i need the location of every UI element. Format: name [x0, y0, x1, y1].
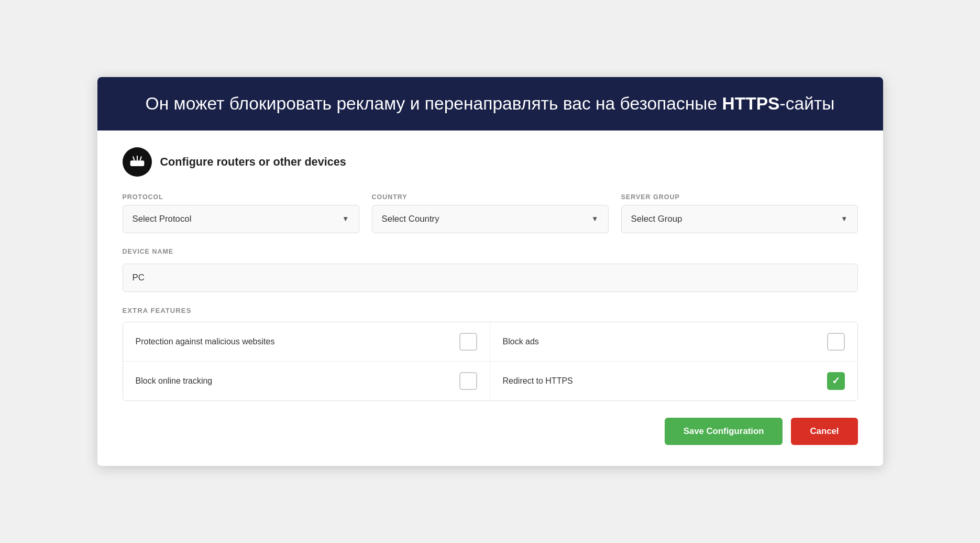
feature-block-ads-checkbox[interactable]: [827, 333, 845, 351]
router-svg: [129, 154, 146, 170]
country-arrow-icon: ▼: [591, 215, 598, 223]
server-group-value: Select Group: [631, 214, 682, 224]
section-title: Configure routers or other devices: [160, 155, 346, 169]
content-area: Configure routers or other devices PROTO…: [97, 131, 883, 466]
section-header: Configure routers or other devices: [123, 147, 858, 177]
protocol-value: Select Protocol: [133, 214, 192, 224]
feature-block-tracking-checkbox[interactable]: [459, 372, 477, 390]
protocol-field: PROTOCOL Select Protocol ▼: [123, 193, 359, 233]
feature-redirect-https-label: Redirect to HTTPS: [503, 376, 573, 386]
save-button[interactable]: Save Configuration: [665, 418, 783, 445]
banner: Он может блокировать рекламу и перенапра…: [97, 77, 883, 130]
feature-protection: Protection against malicious websites: [123, 322, 490, 362]
device-name-label: DEVICE NAME: [123, 248, 858, 255]
modal-container: Он может блокировать рекламу и перенапра…: [97, 77, 883, 465]
country-label: COUNTRY: [372, 193, 609, 201]
country-value: Select Country: [382, 214, 439, 224]
server-group-label: SERVER GROUP: [621, 193, 858, 201]
banner-text: Он может блокировать рекламу и перенапра…: [146, 94, 835, 113]
feature-block-ads-label: Block ads: [503, 337, 539, 346]
features-grid: Protection against malicious websites Bl…: [123, 322, 858, 401]
svg-line-5: [133, 156, 135, 160]
buttons-row: Save Configuration Cancel: [123, 418, 858, 445]
feature-protection-checkbox[interactable]: [459, 333, 477, 351]
extra-features-section: EXTRA FEATURES Protection against malici…: [123, 307, 858, 401]
cancel-button[interactable]: Cancel: [791, 418, 857, 445]
svg-line-6: [140, 156, 141, 160]
country-select[interactable]: Select Country ▼: [372, 205, 609, 233]
country-field: COUNTRY Select Country ▼: [372, 193, 609, 233]
protocol-select[interactable]: Select Protocol ▼: [123, 205, 359, 233]
server-group-select[interactable]: Select Group ▼: [621, 205, 858, 233]
router-icon: [123, 147, 152, 177]
device-name-field: DEVICE NAME: [123, 248, 858, 292]
extra-features-label: EXTRA FEATURES: [123, 307, 858, 314]
feature-block-tracking: Block online tracking: [123, 362, 490, 400]
feature-protection-label: Protection against malicious websites: [136, 337, 275, 346]
dropdowns-row: PROTOCOL Select Protocol ▼ COUNTRY Selec…: [123, 193, 858, 233]
svg-point-1: [132, 162, 134, 164]
server-group-arrow-icon: ▼: [841, 215, 847, 223]
protocol-label: PROTOCOL: [123, 193, 359, 201]
svg-point-4: [140, 162, 142, 164]
protocol-arrow-icon: ▼: [342, 215, 349, 223]
feature-block-tracking-label: Block online tracking: [136, 376, 213, 386]
feature-block-ads: Block ads: [490, 322, 857, 362]
svg-point-3: [138, 162, 139, 164]
server-group-field: SERVER GROUP Select Group ▼: [621, 193, 858, 233]
svg-point-2: [135, 162, 136, 164]
feature-redirect-https: Redirect to HTTPS: [490, 362, 857, 400]
device-name-input[interactable]: [123, 264, 858, 292]
feature-redirect-https-checkbox[interactable]: [827, 372, 845, 390]
